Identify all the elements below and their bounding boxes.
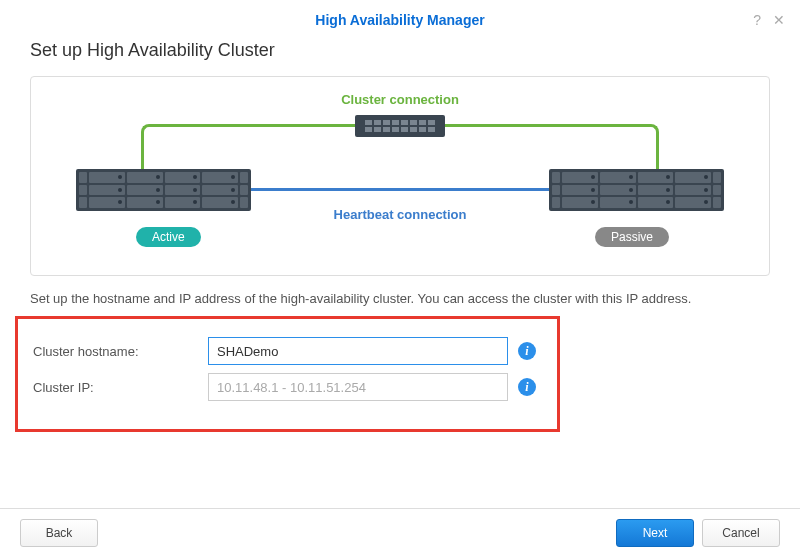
network-diagram: Cluster connection Heartbeat connection … [30, 76, 770, 276]
help-icon[interactable]: ? [753, 12, 761, 28]
ip-row: Cluster IP: i [33, 373, 542, 401]
heartbeat-connection-label: Heartbeat connection [31, 207, 769, 222]
window-header: High Availability Manager ? ✕ [0, 0, 800, 40]
form-highlight-box: Cluster hostname: i Cluster IP: i [15, 316, 560, 432]
cancel-button[interactable]: Cancel [702, 519, 780, 547]
footer-bar: Back Next Cancel [0, 508, 800, 557]
window-title: High Availability Manager [315, 12, 484, 28]
ip-input[interactable] [208, 373, 508, 401]
cluster-cable-left [141, 124, 371, 174]
passive-server-icon [549, 169, 724, 211]
content-area: Set up High Availability Cluster Cluster… [0, 40, 800, 432]
cluster-connection-label: Cluster connection [31, 92, 769, 107]
next-button[interactable]: Next [616, 519, 694, 547]
passive-badge: Passive [595, 227, 669, 247]
close-icon[interactable]: ✕ [773, 12, 785, 28]
back-button[interactable]: Back [20, 519, 98, 547]
info-icon[interactable]: i [518, 342, 536, 360]
active-server-icon [76, 169, 251, 211]
info-icon[interactable]: i [518, 378, 536, 396]
hostname-input[interactable] [208, 337, 508, 365]
network-switch-icon [355, 115, 445, 137]
hostname-label: Cluster hostname: [33, 344, 208, 359]
active-badge: Active [136, 227, 201, 247]
page-title: Set up High Availability Cluster [30, 40, 770, 61]
hostname-row: Cluster hostname: i [33, 337, 542, 365]
cluster-cable-right [429, 124, 659, 174]
instruction-text: Set up the hostname and IP address of th… [30, 291, 770, 306]
ip-label: Cluster IP: [33, 380, 208, 395]
footer-right-group: Next Cancel [616, 519, 780, 547]
window-controls: ? ✕ [753, 12, 785, 28]
heartbeat-cable [241, 188, 559, 191]
